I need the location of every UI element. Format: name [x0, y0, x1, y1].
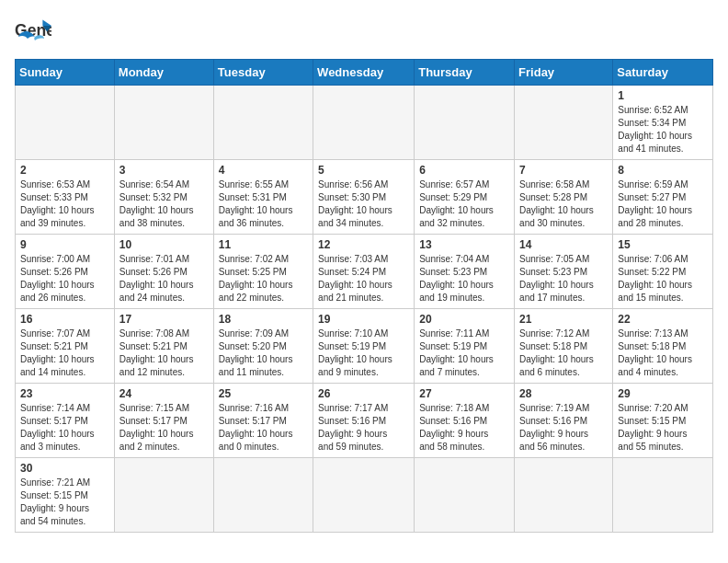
- week-row-3: 9Sunrise: 7:00 AM Sunset: 5:26 PM Daylig…: [16, 235, 713, 309]
- calendar-cell: 26Sunrise: 7:17 AM Sunset: 5:16 PM Dayli…: [313, 384, 415, 458]
- calendar-cell: [213, 86, 313, 160]
- day-info: Sunrise: 7:20 AM Sunset: 5:15 PM Dayligh…: [618, 402, 708, 454]
- day-number: 4: [219, 164, 308, 177]
- day-number: 15: [618, 238, 708, 251]
- day-number: 18: [219, 313, 308, 326]
- day-info: Sunrise: 7:04 AM Sunset: 5:23 PM Dayligh…: [419, 253, 509, 304]
- calendar-cell: 4Sunrise: 6:55 AM Sunset: 5:31 PM Daylig…: [213, 160, 313, 235]
- day-number: 6: [419, 164, 509, 177]
- day-info: Sunrise: 7:10 AM Sunset: 5:19 PM Dayligh…: [318, 327, 409, 379]
- day-info: Sunrise: 6:55 AM Sunset: 5:31 PM Dayligh…: [219, 178, 308, 230]
- day-info: Sunrise: 7:19 AM Sunset: 5:16 PM Dayligh…: [519, 402, 608, 454]
- day-number: 19: [318, 313, 409, 326]
- calendar-cell: [415, 86, 515, 160]
- calendar-cell: 10Sunrise: 7:01 AM Sunset: 5:26 PM Dayli…: [114, 235, 213, 309]
- day-number: 12: [318, 238, 409, 251]
- day-info: Sunrise: 7:12 AM Sunset: 5:18 PM Dayligh…: [519, 327, 608, 379]
- calendar-cell: 14Sunrise: 7:05 AM Sunset: 5:23 PM Dayli…: [515, 235, 613, 309]
- day-number: 20: [419, 313, 509, 326]
- day-info: Sunrise: 7:16 AM Sunset: 5:17 PM Dayligh…: [219, 402, 308, 454]
- weekday-header-friday: Friday: [515, 60, 613, 86]
- bird-icon: [18, 29, 44, 50]
- day-info: Sunrise: 7:05 AM Sunset: 5:23 PM Dayligh…: [519, 253, 608, 304]
- day-info: Sunrise: 6:59 AM Sunset: 5:27 PM Dayligh…: [618, 178, 708, 230]
- calendar-cell: 9Sunrise: 7:00 AM Sunset: 5:26 PM Daylig…: [16, 235, 115, 309]
- calendar-cell: 11Sunrise: 7:02 AM Sunset: 5:25 PM Dayli…: [213, 235, 313, 309]
- day-number: 11: [219, 238, 308, 251]
- day-info: Sunrise: 7:00 AM Sunset: 5:26 PM Dayligh…: [20, 253, 109, 304]
- day-number: 24: [119, 387, 209, 400]
- calendar-cell: 28Sunrise: 7:19 AM Sunset: 5:16 PM Dayli…: [515, 384, 613, 458]
- day-number: 23: [20, 387, 109, 400]
- page: General SundayMondayTuesdayWednesdayThur…: [0, 0, 728, 547]
- day-number: 30: [20, 462, 109, 475]
- day-number: 29: [618, 387, 708, 400]
- calendar-cell: [515, 86, 613, 160]
- calendar-cell: 6Sunrise: 6:57 AM Sunset: 5:29 PM Daylig…: [415, 160, 515, 235]
- calendar-cell: 15Sunrise: 7:06 AM Sunset: 5:22 PM Dayli…: [613, 235, 713, 309]
- week-row-6: 30Sunrise: 7:21 AM Sunset: 5:15 PM Dayli…: [16, 458, 713, 533]
- weekday-header-monday: Monday: [114, 60, 213, 86]
- day-number: 25: [219, 387, 308, 400]
- calendar-cell: 29Sunrise: 7:20 AM Sunset: 5:15 PM Dayli…: [613, 384, 713, 458]
- day-number: 17: [119, 313, 209, 326]
- day-info: Sunrise: 7:15 AM Sunset: 5:17 PM Dayligh…: [119, 402, 209, 454]
- day-number: 13: [419, 238, 509, 251]
- day-info: Sunrise: 7:03 AM Sunset: 5:24 PM Dayligh…: [318, 253, 409, 304]
- day-info: Sunrise: 6:54 AM Sunset: 5:32 PM Dayligh…: [119, 178, 209, 230]
- calendar-cell: [114, 458, 213, 533]
- calendar-cell: [16, 86, 115, 160]
- calendar-cell: 30Sunrise: 7:21 AM Sunset: 5:15 PM Dayli…: [16, 458, 115, 533]
- day-info: Sunrise: 7:21 AM Sunset: 5:15 PM Dayligh…: [20, 477, 109, 528]
- week-row-1: 1Sunrise: 6:52 AM Sunset: 5:34 PM Daylig…: [16, 86, 713, 160]
- calendar-cell: 25Sunrise: 7:16 AM Sunset: 5:17 PM Dayli…: [213, 384, 313, 458]
- calendar-cell: 17Sunrise: 7:08 AM Sunset: 5:21 PM Dayli…: [114, 309, 213, 384]
- weekday-header-tuesday: Tuesday: [213, 60, 313, 86]
- day-number: 26: [318, 387, 409, 400]
- day-info: Sunrise: 7:01 AM Sunset: 5:26 PM Dayligh…: [119, 253, 209, 304]
- calendar-table: SundayMondayTuesdayWednesdayThursdayFrid…: [15, 59, 713, 533]
- day-info: Sunrise: 6:52 AM Sunset: 5:34 PM Dayligh…: [618, 104, 708, 155]
- day-number: 14: [519, 238, 608, 251]
- calendar-cell: [313, 86, 415, 160]
- calendar-cell: [415, 458, 515, 533]
- calendar-cell: 16Sunrise: 7:07 AM Sunset: 5:21 PM Dayli…: [16, 309, 115, 384]
- day-info: Sunrise: 7:13 AM Sunset: 5:18 PM Dayligh…: [618, 327, 708, 379]
- day-number: 3: [119, 164, 209, 177]
- calendar-cell: 18Sunrise: 7:09 AM Sunset: 5:20 PM Dayli…: [213, 309, 313, 384]
- day-info: Sunrise: 6:58 AM Sunset: 5:28 PM Dayligh…: [519, 178, 608, 230]
- calendar-cell: 7Sunrise: 6:58 AM Sunset: 5:28 PM Daylig…: [515, 160, 613, 235]
- day-info: Sunrise: 7:02 AM Sunset: 5:25 PM Dayligh…: [219, 253, 308, 304]
- calendar-cell: 20Sunrise: 7:11 AM Sunset: 5:19 PM Dayli…: [415, 309, 515, 384]
- calendar-cell: 19Sunrise: 7:10 AM Sunset: 5:19 PM Dayli…: [313, 309, 415, 384]
- calendar-cell: 27Sunrise: 7:18 AM Sunset: 5:16 PM Dayli…: [415, 384, 515, 458]
- calendar-cell: [613, 458, 713, 533]
- weekday-header-saturday: Saturday: [613, 60, 713, 86]
- calendar-cell: 8Sunrise: 6:59 AM Sunset: 5:27 PM Daylig…: [613, 160, 713, 235]
- day-number: 9: [20, 238, 109, 251]
- day-info: Sunrise: 7:14 AM Sunset: 5:17 PM Dayligh…: [20, 402, 109, 454]
- calendar-cell: 13Sunrise: 7:04 AM Sunset: 5:23 PM Dayli…: [415, 235, 515, 309]
- weekday-header-sunday: Sunday: [16, 60, 115, 86]
- day-number: 16: [20, 313, 109, 326]
- day-info: Sunrise: 7:11 AM Sunset: 5:19 PM Dayligh…: [419, 327, 509, 379]
- day-info: Sunrise: 6:56 AM Sunset: 5:30 PM Dayligh…: [318, 178, 409, 230]
- day-info: Sunrise: 7:08 AM Sunset: 5:21 PM Dayligh…: [119, 327, 209, 379]
- day-info: Sunrise: 7:18 AM Sunset: 5:16 PM Dayligh…: [419, 402, 509, 454]
- logo: General: [15, 15, 51, 50]
- calendar-cell: [515, 458, 613, 533]
- calendar-cell: 23Sunrise: 7:14 AM Sunset: 5:17 PM Dayli…: [16, 384, 115, 458]
- calendar-cell: 21Sunrise: 7:12 AM Sunset: 5:18 PM Dayli…: [515, 309, 613, 384]
- calendar-cell: [114, 86, 213, 160]
- calendar-cell: 1Sunrise: 6:52 AM Sunset: 5:34 PM Daylig…: [613, 86, 713, 160]
- day-info: Sunrise: 7:17 AM Sunset: 5:16 PM Dayligh…: [318, 402, 409, 454]
- calendar-cell: 24Sunrise: 7:15 AM Sunset: 5:17 PM Dayli…: [114, 384, 213, 458]
- header: General: [15, 15, 713, 50]
- day-number: 2: [20, 164, 109, 177]
- calendar-cell: [313, 458, 415, 533]
- day-info: Sunrise: 7:07 AM Sunset: 5:21 PM Dayligh…: [20, 327, 109, 379]
- calendar-cell: 12Sunrise: 7:03 AM Sunset: 5:24 PM Dayli…: [313, 235, 415, 309]
- day-info: Sunrise: 6:57 AM Sunset: 5:29 PM Dayligh…: [419, 178, 509, 230]
- weekday-header-thursday: Thursday: [415, 60, 515, 86]
- day-number: 22: [618, 313, 708, 326]
